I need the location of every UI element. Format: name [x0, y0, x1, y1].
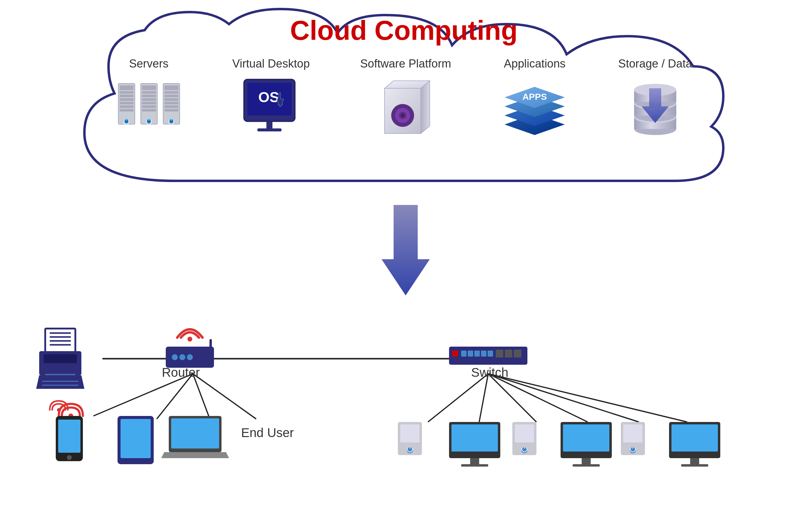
- svg-rect-98: [481, 351, 486, 356]
- svg-rect-79: [58, 420, 80, 453]
- svg-line-58: [157, 374, 193, 419]
- svg-rect-95: [461, 351, 466, 356]
- svg-rect-86: [171, 419, 219, 449]
- svg-rect-94: [452, 351, 458, 356]
- svg-rect-2: [119, 91, 134, 93]
- cloud-arrow: [376, 205, 436, 297]
- svg-line-57: [93, 374, 193, 416]
- network-svg: End User Router: [0, 289, 811, 525]
- svg-rect-123: [681, 464, 708, 467]
- svg-point-89: [172, 354, 178, 360]
- svg-rect-121: [672, 424, 718, 452]
- svg-point-90: [179, 354, 185, 360]
- svg-point-81: [57, 408, 61, 412]
- svg-rect-13: [142, 98, 156, 101]
- svg-point-80: [67, 455, 72, 460]
- svg-marker-33: [421, 81, 430, 134]
- svg-rect-5: [119, 102, 134, 104]
- cloud-title: Cloud Computing: [290, 15, 518, 46]
- virtual-desktop-label: Virtual Desktop: [232, 57, 310, 70]
- applications-label: Applications: [504, 57, 566, 70]
- svg-text:OS: OS: [258, 89, 279, 105]
- svg-line-61: [428, 374, 488, 422]
- svg-rect-109: [461, 464, 488, 467]
- svg-rect-100: [496, 350, 503, 358]
- cloud-item-applications: Applications: [502, 57, 568, 137]
- svg-rect-6: [119, 106, 134, 108]
- servers-label: Servers: [129, 57, 168, 70]
- cloud-items-row: Servers: [54, 57, 753, 137]
- svg-rect-108: [470, 458, 479, 464]
- virtual-desktop-icon: OS: [238, 76, 304, 137]
- svg-rect-83: [121, 419, 151, 458]
- servers-icon: [116, 76, 182, 137]
- svg-rect-4: [119, 98, 134, 101]
- svg-rect-92: [210, 339, 212, 348]
- svg-rect-10: [142, 86, 156, 90]
- svg-text:APPS: APPS: [522, 92, 547, 102]
- svg-line-60: [193, 374, 256, 419]
- svg-rect-15: [142, 106, 156, 108]
- svg-rect-73: [44, 354, 77, 363]
- cloud-item-virtual-desktop: Virtual Desktop OS: [232, 57, 310, 137]
- svg-rect-21: [164, 95, 179, 97]
- svg-rect-7: [119, 109, 134, 111]
- svg-line-66: [488, 374, 687, 422]
- svg-line-62: [479, 374, 488, 422]
- svg-rect-31: [257, 128, 281, 132]
- svg-rect-107: [452, 424, 498, 452]
- svg-rect-102: [514, 350, 521, 358]
- cloud-item-software-platform: Software Platform: [360, 57, 451, 137]
- svg-point-38: [401, 114, 404, 117]
- svg-rect-99: [488, 351, 493, 356]
- svg-rect-115: [582, 458, 591, 464]
- svg-point-91: [187, 354, 193, 360]
- svg-rect-101: [505, 350, 512, 358]
- svg-rect-118: [623, 424, 643, 442]
- svg-rect-20: [164, 91, 179, 93]
- applications-icon: APPS: [502, 76, 568, 137]
- svg-rect-12: [142, 95, 156, 97]
- svg-rect-3: [119, 95, 134, 97]
- svg-rect-114: [563, 424, 609, 452]
- svg-rect-96: [468, 351, 473, 356]
- svg-rect-25: [164, 109, 179, 111]
- svg-rect-14: [142, 102, 156, 104]
- svg-rect-24: [164, 106, 179, 108]
- software-platform-label: Software Platform: [360, 57, 451, 70]
- svg-line-65: [488, 374, 639, 422]
- svg-rect-104: [400, 424, 419, 442]
- svg-rect-111: [515, 424, 534, 442]
- svg-rect-30: [266, 121, 273, 129]
- svg-line-64: [488, 374, 588, 422]
- svg-rect-122: [690, 458, 699, 464]
- router-label: Router: [162, 365, 200, 379]
- svg-rect-23: [164, 102, 179, 104]
- svg-rect-116: [572, 464, 600, 467]
- svg-rect-19: [164, 86, 179, 90]
- storage-label: Storage / Data: [618, 57, 692, 70]
- svg-rect-11: [142, 91, 156, 93]
- end-user-label: End User: [241, 426, 294, 440]
- svg-rect-1: [119, 86, 134, 90]
- switch-label: Switch: [471, 365, 508, 379]
- bottom-network: End User Router: [0, 289, 811, 531]
- cloud-item-storage: Storage / Data: [618, 57, 692, 137]
- cloud-item-servers: Servers: [116, 57, 182, 137]
- software-platform-icon: [372, 76, 439, 137]
- svg-rect-16: [142, 109, 156, 111]
- svg-line-59: [193, 374, 211, 422]
- cloud-container: Cloud Computing Servers: [54, 6, 753, 211]
- svg-rect-97: [474, 351, 480, 356]
- svg-marker-54: [382, 205, 430, 295]
- svg-point-87: [187, 337, 192, 341]
- storage-icon: [622, 76, 688, 137]
- svg-rect-22: [164, 98, 179, 101]
